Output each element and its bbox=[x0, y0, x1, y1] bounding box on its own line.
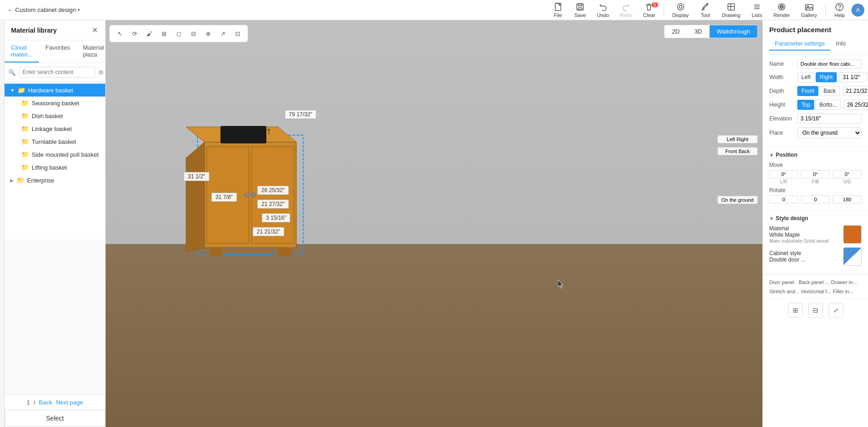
tree-item-hardware-basket[interactable]: ▼ 📁 Hardware basket bbox=[5, 84, 105, 97]
table-view-btn[interactable]: ⊞ bbox=[158, 27, 170, 40]
rotate-x-input[interactable] bbox=[769, 195, 798, 204]
rotate-y-input[interactable] bbox=[801, 195, 830, 204]
viewport[interactable]: ↖ ⟳ 🖌 ⊞ ◻ ⊟ ⊕ ↗ ⊡ 2D 3D Walkthrough bbox=[106, 20, 762, 427]
material-swatch[interactable] bbox=[843, 225, 862, 244]
rotate-z-input[interactable] bbox=[833, 195, 862, 204]
transform-btn[interactable]: ⊕ bbox=[202, 27, 214, 40]
tree-item-linkage-basket[interactable]: 📁 Linkage basket bbox=[5, 122, 105, 135]
position-header[interactable]: ▼ Position bbox=[769, 152, 862, 158]
gallery-button[interactable]: Gallery bbox=[796, 1, 822, 19]
panel-icon-3[interactable]: ⤢ bbox=[829, 303, 843, 318]
width-row: Width Left Right bbox=[769, 72, 862, 82]
width-btn-group: Left Right bbox=[797, 72, 837, 82]
move-lr-input[interactable] bbox=[769, 170, 798, 178]
next-page-button[interactable]: Next page bbox=[56, 399, 83, 406]
grid-btn[interactable]: ⊟ bbox=[187, 27, 200, 40]
style-design-label: Style design bbox=[776, 215, 808, 222]
clear-button[interactable]: Clear 0 bbox=[638, 1, 659, 19]
paint-btn[interactable]: 🖌 bbox=[143, 27, 156, 40]
panel-icon-2[interactable]: ⊟ bbox=[808, 303, 823, 318]
tab-parameter-settings[interactable]: Parameter settings bbox=[769, 37, 830, 51]
place-row: Place On the ground bbox=[769, 127, 862, 138]
tag-filler[interactable]: Filler in... bbox=[833, 288, 853, 295]
svg-point-26 bbox=[251, 193, 256, 197]
tab-favorites[interactable]: Favorites bbox=[39, 40, 76, 63]
tool-button[interactable]: Tool bbox=[695, 1, 716, 19]
position-label: Position bbox=[776, 152, 797, 158]
tag-horizontal[interactable]: Horizontal f... bbox=[801, 288, 831, 295]
view-3d-button[interactable]: 3D bbox=[687, 25, 710, 38]
elevation-input[interactable] bbox=[797, 114, 862, 124]
view-walkthrough-button[interactable]: Walkthrough bbox=[710, 25, 758, 38]
export-btn[interactable]: ↗ bbox=[216, 27, 229, 40]
back-page-button[interactable]: Back bbox=[39, 399, 52, 406]
width-left-btn[interactable]: Left bbox=[797, 72, 815, 82]
depth-front-btn[interactable]: Front bbox=[797, 86, 818, 96]
svg-rect-6 bbox=[728, 4, 734, 10]
tree-item-dish-basket[interactable]: 📁 Dish basket bbox=[5, 109, 105, 122]
right-panel: Product placement Parameter settings Inf… bbox=[762, 20, 868, 427]
drawing-button[interactable]: Drawing bbox=[717, 1, 745, 19]
tab-material-plaza[interactable]: Material plaza bbox=[76, 40, 110, 63]
rotate-view-btn[interactable]: ⟳ bbox=[128, 27, 141, 40]
tree-label-enterprise: Enterprise bbox=[27, 177, 54, 184]
move-fb-input[interactable] bbox=[801, 170, 830, 178]
height-bottom-btn[interactable]: Botto... bbox=[815, 100, 841, 110]
ml-close-button[interactable]: ✕ bbox=[91, 25, 99, 35]
layout-btn[interactable]: ⊡ bbox=[231, 27, 244, 40]
height-input[interactable] bbox=[844, 100, 868, 110]
style-design-header[interactable]: ▼ Style design bbox=[769, 215, 862, 222]
style-design-section: ▼ Style design Material White Maple Main… bbox=[763, 211, 868, 274]
left-strip bbox=[0, 20, 5, 427]
tree-item-enterprise[interactable]: ▶ 📁 Enterprise bbox=[5, 174, 105, 187]
left-right-label[interactable]: Left Right bbox=[717, 135, 758, 143]
tree-item-side-mounted[interactable]: 📁 Side mounted pull basket bbox=[5, 148, 105, 161]
tab-info[interactable]: Info bbox=[830, 37, 851, 51]
tree-label-linkage: Linkage basket bbox=[32, 125, 72, 132]
tab-cloud-materials[interactable]: Cloud materi... bbox=[5, 40, 39, 63]
tag-drawer[interactable]: Drawer in... bbox=[831, 279, 857, 286]
tree-item-seasoning-basket[interactable]: 📁 Seasoning basket bbox=[5, 97, 105, 109]
help-button[interactable]: Help bbox=[829, 1, 850, 19]
display-button[interactable]: Display bbox=[668, 1, 693, 19]
save-button[interactable]: Save bbox=[570, 1, 591, 19]
svg-rect-23 bbox=[207, 147, 249, 243]
eraser-btn[interactable]: ◻ bbox=[172, 27, 185, 40]
tag-back-panel[interactable]: Back panel ... bbox=[799, 279, 829, 286]
panel-icon-1[interactable]: ⊞ bbox=[788, 303, 803, 318]
height-top-btn[interactable]: Top bbox=[797, 100, 814, 110]
lists-button[interactable]: Lists bbox=[747, 1, 767, 19]
filter-icon[interactable]: ⚙ bbox=[98, 69, 104, 76]
ml-content-area bbox=[5, 240, 105, 395]
tag-door-panel[interactable]: Door panel . bbox=[769, 279, 797, 286]
tree-item-turntable-basket[interactable]: 📁 Turntable basket bbox=[5, 135, 105, 148]
depth-back-btn[interactable]: Back bbox=[819, 86, 840, 96]
redo-button[interactable]: Redo bbox=[615, 1, 637, 19]
user-avatar[interactable]: A bbox=[851, 4, 864, 17]
tag-stretch[interactable]: Stretch and... bbox=[769, 288, 799, 295]
chevron-down-icon: ▼ bbox=[10, 88, 15, 93]
name-input[interactable] bbox=[797, 59, 862, 68]
file-button[interactable]: File bbox=[548, 1, 568, 19]
width-input[interactable] bbox=[840, 72, 867, 82]
folder-icon: 📁 bbox=[21, 125, 29, 132]
view-2d-button[interactable]: 2D bbox=[665, 25, 687, 38]
render-button[interactable]: Render bbox=[769, 1, 795, 19]
cursor-tool-btn[interactable]: ↖ bbox=[113, 27, 126, 40]
width-right-btn[interactable]: Right bbox=[816, 72, 837, 82]
front-back-label[interactable]: Front Back bbox=[717, 147, 758, 155]
select-button[interactable]: Select bbox=[5, 410, 105, 427]
undo-button[interactable]: Undo bbox=[592, 1, 614, 19]
ml-pagination: 1 / Back Next page bbox=[5, 395, 105, 410]
place-select[interactable]: On the ground bbox=[797, 127, 862, 138]
folder-icon: 📁 bbox=[21, 99, 29, 107]
cabinet-style-swatch[interactable] bbox=[843, 247, 862, 266]
back-button[interactable]: ← Custom cabinet design ▾ bbox=[4, 5, 84, 15]
section-arrow-icon: ▼ bbox=[769, 153, 774, 158]
search-input[interactable] bbox=[18, 67, 96, 78]
height-btn-group: Top Botto... bbox=[797, 100, 841, 110]
depth-input[interactable] bbox=[843, 86, 868, 96]
move-ud-input[interactable] bbox=[833, 170, 862, 178]
move-fb-label: F/B bbox=[812, 179, 819, 184]
tree-item-lifting-basket[interactable]: 📁 Lifting basket bbox=[5, 161, 105, 174]
